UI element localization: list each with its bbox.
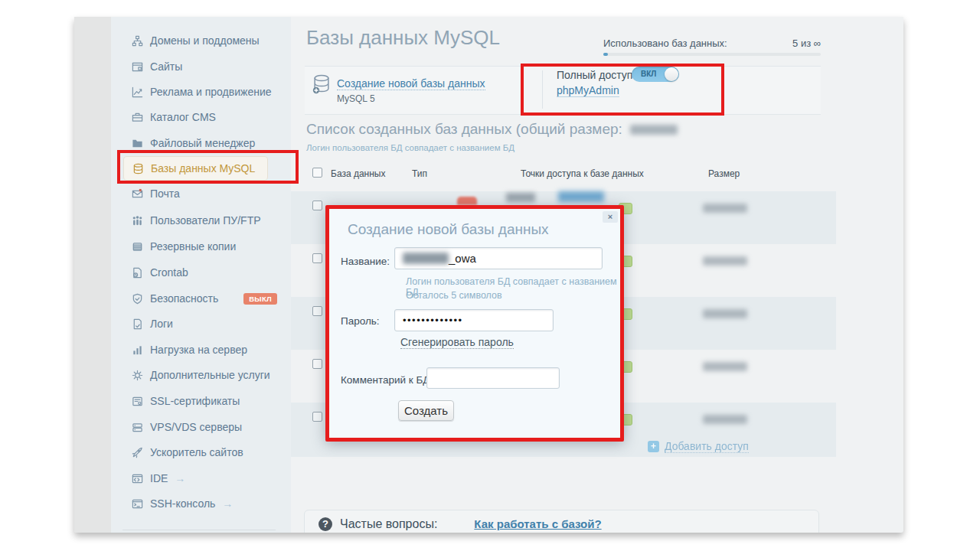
mail-icon <box>132 188 150 200</box>
password-input[interactable]: ••••••••••••• <box>394 309 554 331</box>
faq-label: Частые вопросы: <box>340 517 437 531</box>
server-icon <box>132 422 150 433</box>
gear-icon <box>132 370 150 381</box>
sidebar-item-label: Сайты <box>150 60 182 73</box>
left-background-strip <box>74 17 111 533</box>
row-checkbox[interactable] <box>312 253 322 263</box>
usage-progress-bar <box>603 53 821 56</box>
plus-icon: + <box>648 441 659 452</box>
sidebar-item-extra-services[interactable]: Дополнительные услуги <box>132 365 282 385</box>
column-header-size: Размер <box>708 168 740 179</box>
control-panel-app: Домены и поддомены Сайты Реклама и продв… <box>74 17 903 533</box>
sidebar-item-label: Пользователи ПУ/FTP <box>150 214 261 227</box>
sidebar-item-security[interactable]: Безопасность ВЫКЛ <box>132 289 282 308</box>
generate-password-link[interactable]: Сгенерировать пароль <box>400 336 514 349</box>
close-icon[interactable]: × <box>603 211 618 223</box>
browser-icon <box>132 61 150 73</box>
document-clock-icon <box>132 267 150 279</box>
toggle-knob <box>665 67 678 81</box>
sidebar-item-mysql-databases[interactable]: Базы данных MySQL <box>123 156 268 181</box>
sidebar-item-cms[interactable]: Каталог CMS <box>132 107 282 127</box>
blurred-db-size <box>703 415 747 424</box>
terminal-icon <box>132 498 150 510</box>
page-title: Базы данных MySQL <box>306 26 500 50</box>
sidebar-item-vps[interactable]: VPS/VDS серверы <box>132 417 282 437</box>
blurred-db-size <box>703 256 747 266</box>
users-icon <box>132 215 150 227</box>
code-window-icon <box>132 473 150 484</box>
sidebar-item-ssh-console[interactable]: SSH-консоль → <box>132 494 282 514</box>
sidebar-item-label: Реклама и продвижение <box>150 86 272 98</box>
blurred-total-size <box>630 125 678 135</box>
blurred-db-size <box>703 362 747 371</box>
sidebar-item-label: Дополнительные услуги <box>150 369 270 381</box>
usage-progress-fill <box>603 53 608 56</box>
sidebar-item-site-accelerator[interactable]: Ускоритель сайтов <box>132 442 282 462</box>
create-button[interactable]: Создать <box>398 400 454 421</box>
select-all-checkbox[interactable] <box>312 168 322 178</box>
list-section-heading: Список созданных баз данных (общий разме… <box>306 121 678 138</box>
modal-title: Создание новой базы данных <box>348 221 549 238</box>
phpmyadmin-link[interactable]: phpMyAdmin <box>557 84 619 97</box>
sidebar-item-ssl[interactable]: SSL-сертификаты <box>132 391 282 411</box>
sidebar-item-label: IDE <box>150 472 168 484</box>
sidebar-item-label: Домены и поддомены <box>150 34 260 47</box>
sidebar-item-crontab[interactable]: Crontab <box>132 262 282 282</box>
sidebar-item-file-manager[interactable]: Файловый менеджер <box>132 133 282 153</box>
faq-how-to-link[interactable]: Как работать с базой? <box>474 517 601 530</box>
briefcase-icon <box>132 112 150 123</box>
row-checkbox[interactable] <box>312 359 322 369</box>
panel-divider <box>542 70 543 109</box>
rocket-icon <box>132 447 150 458</box>
sidebar-item-sites[interactable]: Сайты <box>132 57 282 77</box>
sidebar-item-mail[interactable]: Почта <box>132 184 282 204</box>
row-checkbox[interactable] <box>312 201 322 210</box>
sidebar-item-users-ftp[interactable]: Пользователи ПУ/FTP <box>132 210 282 230</box>
sidebar-item-label: SSL-сертификаты <box>150 395 240 407</box>
type-badge-partial <box>457 197 477 205</box>
name-label: Название: <box>341 256 390 267</box>
column-header-database: База данных <box>331 168 385 179</box>
sidebar-item-label: Почта <box>150 187 180 200</box>
create-database-link[interactable]: Создание новой базы данных <box>337 77 485 90</box>
sidebar-item-label: VPS/VDS серверы <box>150 421 242 433</box>
table-header-row: База данных Тип Точки доступа к базе дан… <box>291 166 836 186</box>
name-input[interactable]: _owa <box>394 247 603 269</box>
status-badge-off: ВЫКЛ <box>243 293 277 305</box>
row-checkbox[interactable] <box>312 412 322 422</box>
chart-up-icon <box>132 86 150 98</box>
external-arrow-icon: → <box>175 472 185 484</box>
row-checkbox[interactable] <box>312 306 322 316</box>
sidebar-item-label: Резервные копии <box>150 240 236 253</box>
full-access-label: Полный доступ <box>557 69 632 81</box>
sidebar-item-server-load[interactable]: Нагрузка на сервер <box>132 340 282 360</box>
password-masked-value: ••••••••••••• <box>403 315 463 326</box>
sidebar-item-backups[interactable]: Резервные копии <box>132 236 282 256</box>
create-database-modal: × Создание новой базы данных Название: _… <box>325 205 624 442</box>
add-access-link[interactable]: + Добавить доступ <box>648 440 749 453</box>
list-heading-text: Список созданных баз данных (общий разме… <box>306 121 622 138</box>
toggle-state-label: вкл <box>641 70 656 78</box>
blurred-db-size <box>703 204 747 213</box>
blurred-db-name <box>506 193 535 202</box>
sidebar-item-domains[interactable]: Домены и поддомены <box>132 31 282 51</box>
sidebar-item-ide[interactable]: IDE → <box>132 468 282 488</box>
certificate-icon <box>132 396 150 407</box>
sidebar-item-logs[interactable]: Логи <box>132 314 282 334</box>
sidebar-item-label: Crontab <box>150 266 188 279</box>
sidebar-item-label: Нагрузка на сервер <box>150 344 247 356</box>
sidebar-item-label: Безопасность <box>150 292 218 305</box>
blurred-db-size <box>703 309 747 318</box>
document-check-icon <box>132 318 150 330</box>
sidebar-item-ads[interactable]: Реклама и продвижение <box>132 82 282 102</box>
sidebar: Домены и поддомены Сайты Реклама и продв… <box>111 17 291 533</box>
sidebar-item-label: Ускоритель сайтов <box>150 446 243 458</box>
phpmyadmin-access-toggle[interactable]: вкл <box>632 67 679 82</box>
comment-input[interactable] <box>426 367 560 389</box>
bar-chart-icon <box>132 344 150 356</box>
database-icon <box>132 163 151 174</box>
faq-panel: ? Частые вопросы: Как работать с базой? <box>304 510 819 533</box>
list-note: Логин пользователя БД совпадает с назван… <box>306 143 514 152</box>
password-label: Пароль: <box>341 315 380 327</box>
name-value-suffix: _owa <box>449 252 476 265</box>
